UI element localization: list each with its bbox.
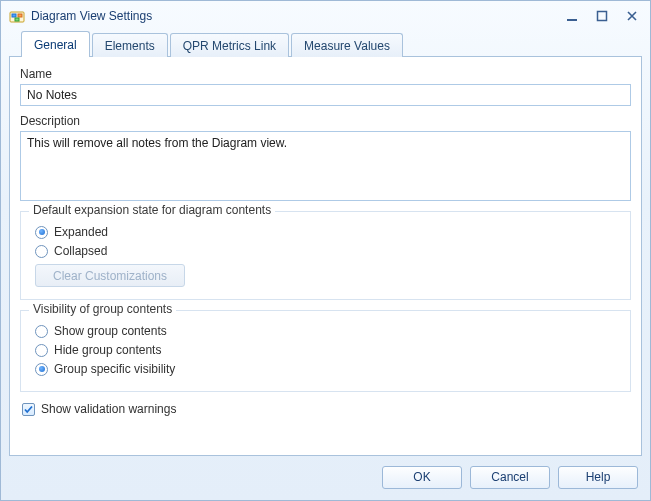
- checkbox-show-validation-warnings[interactable]: Show validation warnings: [22, 402, 631, 416]
- svg-rect-5: [598, 12, 607, 21]
- radio-icon: [35, 325, 48, 338]
- radio-icon: [35, 363, 48, 376]
- checkbox-label: Show validation warnings: [41, 402, 176, 416]
- description-label: Description: [20, 114, 631, 128]
- radio-label: Expanded: [54, 225, 108, 239]
- tab-elements[interactable]: Elements: [92, 33, 168, 57]
- tabstrip: General Elements QPR Metrics Link Measur…: [9, 31, 642, 57]
- tab-label: QPR Metrics Link: [183, 39, 276, 53]
- group-legend: Visibility of group contents: [29, 302, 176, 316]
- tab-general[interactable]: General: [21, 31, 90, 57]
- svg-rect-4: [567, 19, 577, 21]
- checkbox-icon: [22, 403, 35, 416]
- clear-customizations-button[interactable]: Clear Customizations: [35, 264, 185, 287]
- tab-label: Elements: [105, 39, 155, 53]
- group-expansion-state: Default expansion state for diagram cont…: [20, 211, 631, 300]
- tab-qpr-metrics-link[interactable]: QPR Metrics Link: [170, 33, 289, 57]
- svg-rect-3: [15, 18, 19, 21]
- radio-label: Group specific visibility: [54, 362, 175, 376]
- dialog-footer: OK Cancel Help: [9, 456, 642, 492]
- tab-label: General: [34, 38, 77, 52]
- svg-rect-2: [18, 14, 22, 17]
- group-visibility: Visibility of group contents Show group …: [20, 310, 631, 392]
- svg-rect-1: [12, 14, 16, 17]
- radio-icon: [35, 344, 48, 357]
- minimize-button[interactable]: [560, 8, 584, 24]
- help-button[interactable]: Help: [558, 466, 638, 489]
- client-area: General Elements QPR Metrics Link Measur…: [9, 31, 642, 492]
- group-legend: Default expansion state for diagram cont…: [29, 203, 275, 217]
- name-input[interactable]: [20, 84, 631, 106]
- titlebar: Diagram View Settings: [1, 1, 650, 31]
- dialog-window: Diagram View Settings General Elements Q…: [0, 0, 651, 501]
- radio-collapsed[interactable]: Collapsed: [35, 244, 620, 258]
- close-button[interactable]: [620, 8, 644, 24]
- radio-icon: [35, 226, 48, 239]
- ok-button[interactable]: OK: [382, 466, 462, 489]
- maximize-button[interactable]: [590, 8, 614, 24]
- tab-label: Measure Values: [304, 39, 390, 53]
- radio-hide-group-contents[interactable]: Hide group contents: [35, 343, 620, 357]
- radio-group-specific-visibility[interactable]: Group specific visibility: [35, 362, 620, 376]
- radio-expanded[interactable]: Expanded: [35, 225, 620, 239]
- app-icon: [9, 8, 25, 24]
- cancel-button[interactable]: Cancel: [470, 466, 550, 489]
- description-textarea[interactable]: [20, 131, 631, 201]
- radio-label: Hide group contents: [54, 343, 161, 357]
- radio-label: Show group contents: [54, 324, 167, 338]
- radio-show-group-contents[interactable]: Show group contents: [35, 324, 620, 338]
- radio-icon: [35, 245, 48, 258]
- tab-panel-general: Name Description Default expansion state…: [9, 56, 642, 456]
- radio-label: Collapsed: [54, 244, 107, 258]
- name-label: Name: [20, 67, 631, 81]
- window-title: Diagram View Settings: [31, 9, 152, 23]
- tab-measure-values[interactable]: Measure Values: [291, 33, 403, 57]
